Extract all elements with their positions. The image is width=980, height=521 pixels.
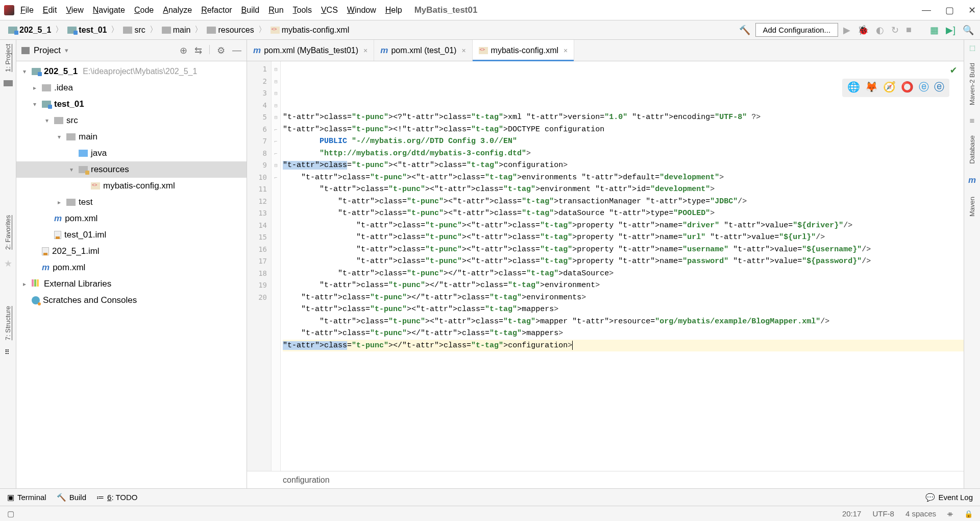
menu-view[interactable]: View bbox=[66, 6, 83, 15]
menu-help[interactable]: Help bbox=[385, 6, 402, 15]
tree-root[interactable]: ▾ 202_5_1 E:\ideaproject\Mybatis\202_5_1 bbox=[16, 63, 247, 80]
tree-iml2[interactable]: 202_5_1.iml bbox=[16, 243, 247, 259]
breadcrumb-separator: 〉 bbox=[258, 25, 266, 35]
tree-pom1[interactable]: mpom.xml bbox=[16, 210, 247, 227]
opera-icon[interactable]: ⭕ bbox=[901, 82, 914, 94]
event-log-tab[interactable]: 💬Event Log bbox=[925, 493, 973, 502]
expand-icon[interactable]: ⇆ bbox=[194, 45, 202, 56]
run-toolbar-icons: ▶ 🐞 ◐ ↻ ■ ▦ ▶] 🔍 bbox=[843, 25, 974, 36]
favorites-star-icon[interactable]: ★ bbox=[4, 258, 12, 269]
tree-main[interactable]: ▾main bbox=[16, 129, 247, 145]
minimize-icon[interactable]: — bbox=[922, 5, 931, 16]
breadcrumb-separator: 〉 bbox=[111, 25, 119, 35]
hammer-icon: 🔨 bbox=[57, 493, 66, 502]
locate-icon[interactable]: ⊕ bbox=[180, 45, 187, 56]
coverage-icon[interactable]: ◐ bbox=[876, 25, 884, 36]
code-editor[interactable]: ✔ 🌐 🦊 🧭 ⭕ ⓔ ⓔ "t-attr">class="t-punc"><?… bbox=[281, 61, 964, 471]
tree-test01[interactable]: ▾test_01 bbox=[16, 96, 247, 112]
favorites-tool-tab[interactable]: 2: Favorites bbox=[4, 215, 12, 250]
editor-tab[interactable]: mpom.xml (MyBatis_test01)× bbox=[247, 40, 374, 61]
tree-test[interactable]: ▸test bbox=[16, 194, 247, 210]
project-tool-tab[interactable]: 1: Project bbox=[4, 44, 12, 72]
gear-icon[interactable]: ⚙ bbox=[217, 45, 225, 56]
lock-icon[interactable]: 🔒 bbox=[964, 510, 973, 518]
cursor-position[interactable]: 20:17 bbox=[842, 509, 862, 518]
project-view-dropdown-icon[interactable]: ▾ bbox=[65, 46, 68, 54]
breadcrumb-item[interactable]: src bbox=[121, 25, 147, 36]
build-icon[interactable]: 🔨 bbox=[739, 25, 750, 36]
menu-analyze[interactable]: Analyze bbox=[163, 6, 192, 15]
menu-refactor[interactable]: Refactor bbox=[201, 6, 232, 15]
database-tab[interactable]: Database bbox=[968, 135, 976, 164]
structure-icon[interactable]: ⠿ bbox=[5, 348, 12, 356]
edge-icon[interactable]: ⓔ bbox=[934, 82, 944, 94]
editor-tab[interactable]: mpom.xml (test_01)× bbox=[374, 40, 472, 61]
menu-tools[interactable]: Tools bbox=[293, 6, 312, 15]
database-icon[interactable]: ≣ bbox=[969, 116, 975, 124]
hide-icon[interactable]: — bbox=[232, 45, 241, 56]
ie-icon[interactable]: ⓔ bbox=[919, 82, 929, 94]
build-tab[interactable]: 🔨Build bbox=[57, 493, 86, 502]
menu-code[interactable]: Code bbox=[134, 6, 154, 15]
tab-close-icon[interactable]: × bbox=[363, 46, 368, 55]
maximize-icon[interactable]: ▢ bbox=[945, 5, 954, 16]
breadcrumbs: 202_5_1〉test_01〉src〉main〉resources〉mybat… bbox=[6, 25, 351, 36]
structure-tool-tab[interactable]: 7: Structure bbox=[4, 306, 12, 340]
project-view-icon bbox=[21, 47, 30, 54]
tab-close-icon[interactable]: × bbox=[461, 46, 465, 55]
branch-widget[interactable]: ᚑ bbox=[947, 509, 953, 518]
todo-tab[interactable]: ≔6: TODO bbox=[96, 493, 137, 502]
tree-idea[interactable]: ▸.idea bbox=[16, 80, 247, 96]
structure-tool-icon[interactable]: ▦ bbox=[930, 25, 939, 36]
terminal-tab[interactable]: ▣Terminal bbox=[7, 493, 46, 502]
menu-navigate[interactable]: Navigate bbox=[93, 6, 125, 15]
add-configuration-button[interactable]: Add Configuration... bbox=[755, 23, 839, 37]
editor-tab[interactable]: mybatis-config.xml× bbox=[473, 40, 575, 61]
code-breadcrumb-bar[interactable]: configuration bbox=[247, 471, 964, 488]
project-tool-icon[interactable] bbox=[4, 80, 13, 86]
maven2-icon[interactable]: ⬚ bbox=[969, 44, 975, 52]
line-gutter[interactable]: 1234567891011121314151617181920 bbox=[247, 61, 272, 471]
tree-mybatis-xml[interactable]: mybatis-config.xml bbox=[16, 178, 247, 194]
status-tool-icon[interactable]: ▢ bbox=[7, 509, 14, 518]
breadcrumb-item[interactable]: 202_5_1 bbox=[6, 25, 53, 36]
maven-tab[interactable]: Maven bbox=[968, 197, 976, 217]
run-icon[interactable]: ▶ bbox=[843, 25, 850, 36]
firefox-icon[interactable]: 🦊 bbox=[865, 82, 878, 94]
safari-icon[interactable]: 🧭 bbox=[883, 82, 896, 94]
menu-run[interactable]: Run bbox=[268, 6, 283, 15]
indent[interactable]: 4 spaces bbox=[905, 509, 936, 518]
breadcrumb-item[interactable]: resources bbox=[205, 25, 256, 36]
tree-scratch[interactable]: Scratches and Consoles bbox=[16, 292, 247, 309]
tree-java[interactable]: java bbox=[16, 145, 247, 161]
fold-column[interactable]: ⊟⊟⊟⊟⊟⌐⌐⌐⊟⌐ bbox=[272, 61, 281, 471]
menu-file[interactable]: File bbox=[20, 6, 34, 15]
tree-pom2[interactable]: mpom.xml bbox=[16, 259, 247, 276]
main-menu: FileEditViewNavigateCodeAnalyzeRefactorB… bbox=[20, 6, 402, 15]
breadcrumb-item[interactable]: main bbox=[160, 25, 193, 36]
maven2-tab[interactable]: Maven-2 Build bbox=[968, 63, 976, 105]
tree-ext-lib[interactable]: ▸External Libraries bbox=[16, 276, 247, 292]
project-view-label[interactable]: Project bbox=[34, 45, 61, 56]
debug-icon[interactable]: 🐞 bbox=[857, 25, 869, 36]
tree-resources[interactable]: ▾resources bbox=[16, 161, 247, 178]
search-icon[interactable]: 🔍 bbox=[963, 25, 974, 36]
tree-iml1[interactable]: test_01.iml bbox=[16, 227, 247, 243]
tab-close-icon[interactable]: × bbox=[564, 46, 568, 55]
inspection-ok-icon[interactable]: ✔ bbox=[950, 64, 957, 77]
menu-vcs[interactable]: VCS bbox=[321, 6, 338, 15]
tree-src[interactable]: ▾src bbox=[16, 112, 247, 129]
menu-edit[interactable]: Edit bbox=[43, 6, 57, 15]
breadcrumb-item[interactable]: mybatis-config.xml bbox=[268, 25, 351, 36]
maven-icon[interactable]: m bbox=[968, 175, 976, 185]
close-icon[interactable]: ✕ bbox=[968, 5, 976, 16]
profile-icon[interactable]: ↻ bbox=[891, 25, 899, 36]
encoding[interactable]: UTF-8 bbox=[872, 509, 894, 518]
project-tree[interactable]: ▾ 202_5_1 E:\ideaproject\Mybatis\202_5_1… bbox=[16, 61, 247, 488]
menu-build[interactable]: Build bbox=[241, 6, 260, 15]
menu-window[interactable]: Window bbox=[347, 6, 376, 15]
run-tool-icon[interactable]: ▶] bbox=[946, 25, 955, 36]
stop-icon[interactable]: ■ bbox=[906, 25, 912, 36]
chrome-icon[interactable]: 🌐 bbox=[847, 82, 860, 94]
breadcrumb-item[interactable]: test_01 bbox=[65, 25, 109, 36]
